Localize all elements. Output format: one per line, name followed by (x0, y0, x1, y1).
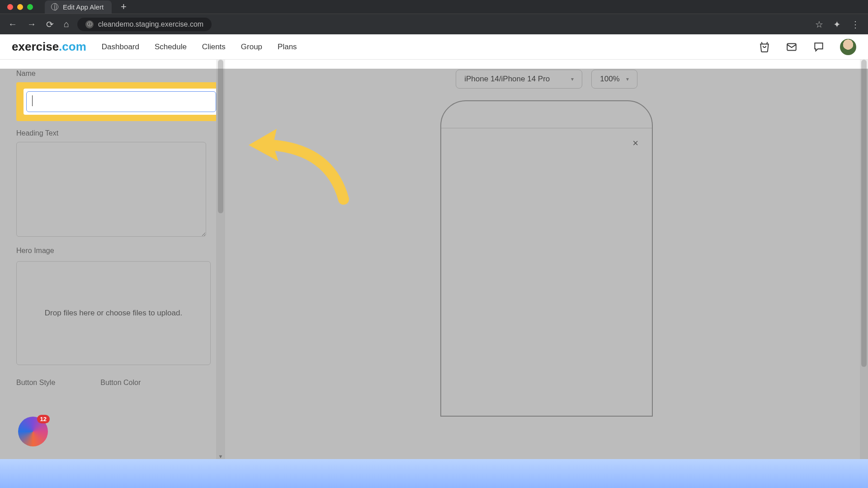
preview-column: iPhone 14/iPhone 14 Pro ▾ 100% ▾ × (225, 60, 868, 459)
window-controls (0, 4, 40, 10)
browser-chrome: Edit App Alert + ← → ⟳ ⌂ ⓘ cleandemo.sta… (0, 0, 868, 34)
site-info-icon[interactable]: ⓘ (85, 20, 94, 28)
support-widget[interactable]: 12 (18, 417, 48, 446)
edit-form-panel: Name Heading Text Hero Image Drop files … (0, 60, 216, 459)
hero-image-label: Hero Image (16, 247, 207, 255)
shopping-icon[interactable] (759, 41, 770, 53)
forward-icon[interactable]: → (25, 17, 38, 31)
device-status-bar (441, 101, 652, 128)
zoom-select[interactable]: 100% ▾ (591, 70, 637, 89)
close-window-icon[interactable] (7, 4, 13, 10)
mail-icon[interactable] (786, 41, 797, 53)
workspace: Name Heading Text Hero Image Drop files … (0, 60, 868, 459)
scroll-down-icon[interactable]: ▼ (216, 454, 225, 459)
nav-schedule[interactable]: Schedule (155, 42, 187, 52)
chevron-down-icon: ▾ (626, 76, 629, 82)
address-bar: ← → ⟳ ⌂ ⓘ cleandemo.staging.exercise.com… (0, 14, 868, 34)
nav-clients[interactable]: Clients (202, 42, 226, 52)
minimize-window-icon[interactable] (17, 4, 23, 10)
nav-plans[interactable]: Plans (278, 42, 297, 52)
new-tab-button[interactable]: + (121, 1, 127, 13)
browser-tab[interactable]: Edit App Alert (45, 0, 112, 14)
preview-controls: iPhone 14/iPhone 14 Pro ▾ 100% ▾ (456, 70, 637, 89)
name-label: Name (16, 70, 207, 78)
maximize-window-icon[interactable] (27, 4, 33, 10)
chat-icon[interactable] (813, 41, 825, 53)
name-field-highlight (16, 82, 216, 121)
text-cursor (32, 95, 33, 106)
device-preview-frame: × (440, 100, 653, 417)
browser-menu-icon[interactable]: ⋮ (849, 17, 862, 32)
home-icon[interactable]: ⌂ (62, 17, 71, 31)
app-root: exercise.com Dashboard Schedule Clients … (0, 34, 868, 459)
tab-strip: Edit App Alert + (0, 0, 868, 14)
url-box[interactable]: ⓘ cleandemo.staging.exercise.com (77, 18, 212, 31)
support-badge: 12 (37, 415, 50, 423)
tab-title: Edit App Alert (63, 3, 104, 11)
scroll-thumb[interactable] (861, 60, 867, 367)
avatar[interactable] (840, 39, 856, 55)
brand-logo[interactable]: exercise.com (12, 40, 86, 54)
name-input[interactable] (26, 91, 216, 112)
device-select-label: iPhone 14/iPhone 14 Pro (464, 75, 550, 84)
zoom-label: 100% (600, 75, 619, 84)
button-style-label: Button Style (16, 379, 55, 387)
heading-textarea[interactable] (16, 142, 206, 237)
preview-scrollbar[interactable] (860, 60, 868, 459)
brand-name: exercise (12, 40, 59, 53)
nav-dashboard[interactable]: Dashboard (102, 42, 139, 52)
bottom-band (0, 459, 868, 488)
device-select[interactable]: iPhone 14/iPhone 14 Pro ▾ (456, 70, 582, 89)
side-scrollbar[interactable]: ▲ ▼ (216, 60, 225, 459)
annotation-arrow-icon (240, 122, 357, 213)
dropzone-text: Drop files here or choose files to uploa… (45, 309, 182, 318)
extensions-icon[interactable]: ✦ (831, 17, 843, 32)
reload-icon[interactable]: ⟳ (44, 17, 56, 32)
nav-group[interactable]: Group (241, 42, 262, 52)
button-color-label: Button Color (100, 379, 141, 387)
brand-suffix: .com (59, 40, 86, 53)
globe-icon (51, 3, 58, 10)
side-column: Name Heading Text Hero Image Drop files … (0, 60, 225, 459)
back-icon[interactable]: ← (6, 17, 19, 31)
scroll-thumb[interactable] (218, 60, 223, 213)
bookmark-star-icon[interactable]: ☆ (813, 17, 825, 32)
heading-label: Heading Text (16, 129, 207, 137)
top-nav: exercise.com Dashboard Schedule Clients … (0, 34, 868, 60)
device-body: × (441, 128, 652, 141)
url-text: cleandemo.staging.exercise.com (98, 20, 203, 28)
close-icon[interactable]: × (632, 137, 638, 149)
chevron-down-icon: ▾ (571, 76, 574, 82)
hero-image-dropzone[interactable]: Drop files here or choose files to uploa… (16, 261, 211, 365)
